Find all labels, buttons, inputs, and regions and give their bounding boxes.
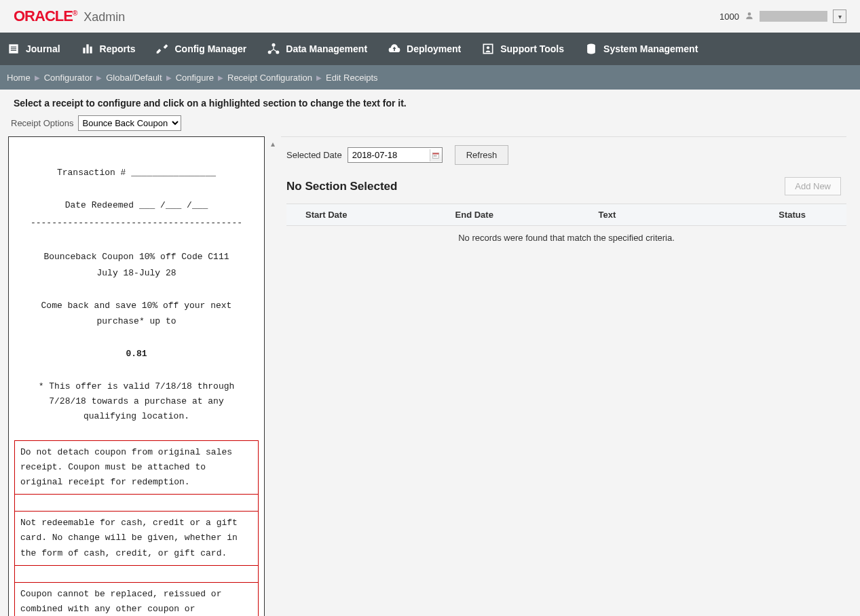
section-details-panel: Selected Date Refresh No Section Selecte… [281, 136, 846, 616]
transaction-label: Transaction # [57, 168, 126, 178]
chevron-right-icon: ▶ [218, 74, 223, 81]
coupon-disclaimer: * This offer is valid 7/18/18 through 7/… [14, 379, 259, 424]
logo-text: ORACLE [14, 7, 73, 24]
system-icon [584, 42, 598, 56]
coupon-title: Bounceback Coupon 10% off Code C111 [14, 250, 259, 265]
add-new-button[interactable]: Add New [785, 177, 841, 195]
col-status: Status [684, 204, 846, 226]
chevron-right-icon: ▶ [316, 74, 322, 81]
svg-point-0 [748, 12, 751, 16]
svg-rect-4 [11, 50, 16, 51]
content: Select a receipt to configure and click … [0, 90, 860, 616]
col-start-date: Start Date [286, 204, 436, 226]
deploy-icon [388, 42, 401, 56]
editable-section-3[interactable]: Coupon cannot be replaced, reissued or c… [14, 582, 259, 616]
reports-icon [81, 42, 94, 56]
nav-item-data[interactable]: Data Management [267, 42, 367, 56]
receipt-options-select[interactable]: Bounce Back Coupon [78, 115, 181, 131]
crumb-receipt-config[interactable]: Receipt Configuration [227, 73, 312, 83]
crumb-configurator[interactable]: Configurator [44, 73, 93, 83]
col-text: Text [580, 204, 684, 226]
user-name-placeholder [760, 11, 827, 22]
col-end-date: End Date [436, 204, 580, 226]
section-title-row: No Section Selected Add New [286, 177, 846, 195]
nav-label: Config Manager [174, 43, 246, 54]
chevron-right-icon: ▶ [96, 74, 102, 81]
crumb-edit-receipts[interactable]: Edit Receipts [326, 73, 378, 83]
data-icon [267, 42, 280, 56]
nav-label: Journal [26, 43, 60, 54]
nav-label: System Management [603, 43, 698, 54]
date-input-wrap [348, 147, 443, 163]
refresh-button[interactable]: Refresh [455, 145, 509, 165]
svg-rect-5 [83, 47, 85, 53]
app-name: Xadmin [83, 10, 125, 24]
journal-icon [7, 42, 20, 56]
nav-item-support[interactable]: Support Tools [481, 42, 564, 56]
section-data-table: Start Date End Date Text Status No recor… [286, 204, 846, 250]
calendar-icon[interactable] [430, 149, 442, 161]
editable-spacer[interactable] [14, 566, 259, 582]
empty-message: No records were found that match the spe… [286, 226, 846, 250]
oracle-logo: ORACLE® [14, 7, 77, 25]
logo-reg: ® [73, 9, 77, 17]
scroll-gutter: ▴ [265, 136, 281, 616]
brand: ORACLE® Xadmin [14, 7, 125, 25]
user-icon [745, 11, 754, 22]
selected-date-label: Selected Date [286, 150, 342, 160]
main-nav: Journal Reports Config Manager Data Mana… [0, 33, 860, 65]
top-bar: ORACLE® Xadmin 1000 ▾ [0, 0, 860, 33]
receipt-preview-panel: Transaction # ________________ Date Rede… [14, 136, 265, 616]
support-icon [481, 42, 495, 56]
crumb-configure[interactable]: Configure [176, 73, 214, 83]
coupon-desc: Come back and save 10% off your next pur… [14, 299, 259, 328]
date-redeemed-line: Date Redeemed ___ /___ /___ [14, 198, 259, 213]
svg-rect-17 [436, 155, 437, 157]
svg-point-8 [272, 43, 276, 47]
empty-row: No records were found that match the spe… [286, 226, 846, 250]
svg-rect-7 [90, 47, 92, 54]
svg-rect-3 [11, 48, 16, 49]
nav-item-system[interactable]: System Management [584, 42, 698, 56]
config-icon [155, 42, 169, 56]
crumb-home[interactable]: Home [7, 73, 31, 83]
crumb-global[interactable]: Global/Default [106, 73, 162, 83]
breadcrumb: Home ▶ Configurator ▶ Global/Default ▶ C… [0, 65, 860, 90]
user-code: 1000 [719, 12, 739, 22]
chevron-right-icon: ▶ [35, 74, 40, 81]
scroll-up-icon[interactable]: ▴ [271, 139, 275, 149]
coupon-dates: July 18-July 28 [14, 266, 259, 281]
svg-rect-15 [433, 153, 439, 154]
transaction-line: Transaction # ________________ [14, 166, 259, 180]
nav-label: Data Management [286, 43, 367, 54]
nav-label: Deployment [407, 43, 461, 54]
table-header-row: Start Date End Date Text Status [286, 204, 846, 226]
svg-rect-2 [11, 47, 16, 47]
instruction-text: Select a receipt to configure and click … [14, 98, 846, 109]
editable-spacer[interactable] [14, 495, 259, 511]
svg-point-12 [487, 46, 489, 49]
receipt-options-label: Receipt Options [11, 118, 74, 128]
svg-rect-6 [86, 44, 88, 53]
receipt-options-row: Receipt Options Bounce Back Coupon [11, 115, 846, 131]
split-layout: Transaction # ________________ Date Rede… [14, 136, 846, 616]
receipt-preview: Transaction # ________________ Date Rede… [8, 136, 265, 616]
nav-item-config[interactable]: Config Manager [155, 42, 246, 56]
coupon-amount: 0.81 [14, 347, 259, 362]
chevron-right-icon: ▶ [166, 74, 172, 81]
svg-rect-16 [434, 155, 435, 157]
user-area: 1000 ▾ [719, 9, 846, 23]
editable-section-1[interactable]: Do not detach coupon from original sales… [14, 440, 259, 495]
divider-line: ---------------------------------------- [14, 216, 259, 231]
selected-date-row: Selected Date Refresh [286, 145, 846, 165]
editable-section-2[interactable]: Not redeemable for cash, credit or a gif… [14, 511, 259, 565]
section-title: No Section Selected [286, 180, 397, 193]
nav-label: Reports [100, 43, 136, 54]
user-dropdown-toggle[interactable]: ▾ [833, 9, 846, 23]
nav-item-deployment[interactable]: Deployment [388, 42, 461, 56]
transaction-blank: ________________ [131, 168, 216, 178]
nav-label: Support Tools [500, 43, 564, 54]
nav-item-journal[interactable]: Journal [7, 42, 60, 56]
nav-item-reports[interactable]: Reports [81, 42, 136, 56]
selected-date-input[interactable] [348, 148, 430, 162]
